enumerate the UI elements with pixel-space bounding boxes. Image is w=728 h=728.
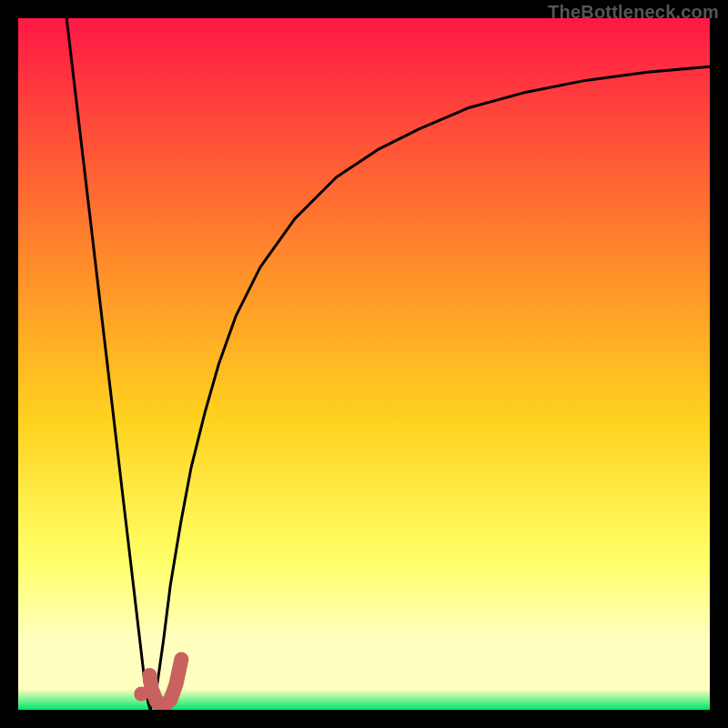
chart-plot (18, 18, 710, 710)
watermark-text: TheBottleneck.com (548, 2, 719, 23)
chart-svg (18, 18, 710, 710)
chart-stage: TheBottleneck.com (0, 0, 728, 728)
marker-dot (134, 687, 148, 702)
gradient-background (18, 18, 710, 710)
